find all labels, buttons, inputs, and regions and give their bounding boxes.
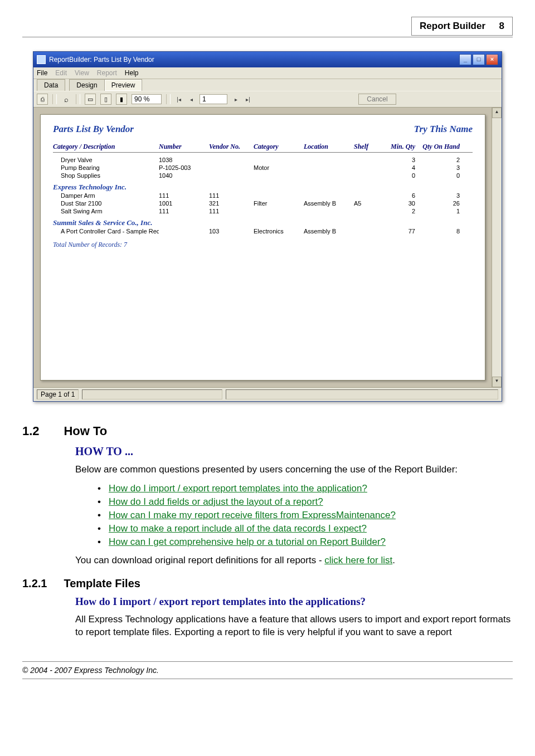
howto-link[interactable]: How do I import / export report template… [109,483,367,494]
table-row: Dust Star 21001001321FilterAssembly BA53… [53,199,473,207]
howto-link-item: How do I import / export report template… [98,483,513,494]
prev-page-icon[interactable]: ◂ [187,95,195,103]
howto-link[interactable]: How can I get comprehensive help or a tu… [109,536,386,547]
menu-file[interactable]: File [37,69,47,77]
next-page-icon[interactable]: ▸ [232,95,240,103]
vertical-scrollbar[interactable]: ▲ ▼ [492,108,502,387]
menubar: File Edit View Report Help [33,67,502,79]
report-paper: Parts List By Vendor Try This Name Categ… [40,114,485,381]
close-button[interactable]: × [486,54,498,65]
tab-design[interactable]: Design [69,79,104,91]
app-window: ReportBuilder: Parts List By Vendor _ □ … [33,51,502,402]
section-1-2-title: How To [64,424,107,438]
howto-link[interactable]: How do I add fields or adjust the layout… [109,496,323,507]
zoom-input[interactable]: 90 % [132,94,162,104]
table-row: Salt Swing Arm11111121 [53,207,473,215]
header-page-number: 8 [499,21,504,31]
app-icon [37,55,46,64]
table-row: Dryer Valve103832 [53,156,473,164]
howto-link-item: How can I make my report receive filters… [98,510,513,521]
table-row: A Port Controller Card - Sample Rec 2781… [53,227,473,235]
tab-data[interactable]: Data [37,79,65,91]
table-row: Damper Arm11111163 [53,192,473,199]
total-records: Total Number of Records: 7 [53,241,473,249]
section-1-2-1-number: 1.2.1 [22,577,61,590]
report-title: Parts List By Vendor [53,124,134,135]
section-1-2-1-title: Template Files [64,577,140,589]
table-row: Shop Supplies104000 [53,172,473,179]
column-headers: Category / Description Number Vendor No.… [53,143,473,153]
scroll-up-icon[interactable]: ▲ [492,108,502,118]
menu-help[interactable]: Help [125,69,139,77]
preview-area: ▲ ▼ Parts List By Vendor Try This Name C… [33,108,502,387]
menu-view[interactable]: View [75,69,89,77]
scroll-down-icon[interactable]: ▼ [492,377,502,387]
menu-edit[interactable]: Edit [55,69,67,77]
minimize-button[interactable]: _ [459,54,471,65]
page-number-input[interactable]: 1 [200,94,227,104]
status-page: Page 1 of 1 [37,389,79,399]
template-files-body: All Express Technology applications have… [75,613,513,639]
print-icon[interactable]: ⎙ [37,94,48,105]
first-page-icon[interactable]: |◂ [175,95,183,103]
howto-link-item: How do I add fields or adjust the layout… [98,496,513,508]
report-title-right: Try This Name [414,124,473,135]
header-title: Report Builder [420,21,485,32]
footer-copyright: © 2004 - 2007 Express Technology Inc. [22,662,513,678]
download-list-link[interactable]: click here for list [324,555,392,565]
howto-link-item: How to make a report include all of the … [98,523,513,534]
template-files-question: How do I import / export report template… [75,596,513,608]
tabrow: Data Design Preview [33,79,502,91]
howto-intro: Below are common questions presented by … [75,464,513,476]
howto-link[interactable]: How to make a report include all of the … [109,523,367,534]
search-icon[interactable]: ⌕ [61,94,71,104]
page-header: Report Builder 8 [22,17,513,37]
tab-preview[interactable]: Preview [104,79,143,91]
zoom-width-icon[interactable]: ▯ [100,94,111,105]
howto-links: How do I import / export report template… [98,483,513,548]
toolbar: ⎙ ⌕ ▭ ▯ ▮ 90 % |◂ ◂ 1 ▸ ▸| Cancel [33,91,502,108]
statusbar: Page 1 of 1 [33,387,502,401]
download-note: You can download original report definit… [75,554,513,567]
window-title: ReportBuilder: Parts List By Vendor [49,56,154,64]
cancel-button[interactable]: Cancel [358,94,396,105]
group-label: Express Technology Inc. [53,183,473,192]
maximize-button[interactable]: □ [473,54,485,65]
section-1-2-number: 1.2 [22,424,61,438]
zoom-whole-icon[interactable]: ▭ [85,94,96,105]
zoom-100-icon[interactable]: ▮ [116,94,127,105]
titlebar: ReportBuilder: Parts List By Vendor _ □ … [33,52,502,67]
howto-link-item: How can I get comprehensive help or a tu… [98,536,513,548]
last-page-icon[interactable]: ▸| [244,95,252,103]
table-row: Pump BearingP-1025-003Motor43 [53,164,473,172]
group-label: Summit Sales & Service Co., Inc. [53,218,473,227]
menu-report[interactable]: Report [97,69,117,77]
howto-subtitle: HOW TO ... [75,445,513,458]
howto-link[interactable]: How can I make my report receive filters… [109,510,396,520]
